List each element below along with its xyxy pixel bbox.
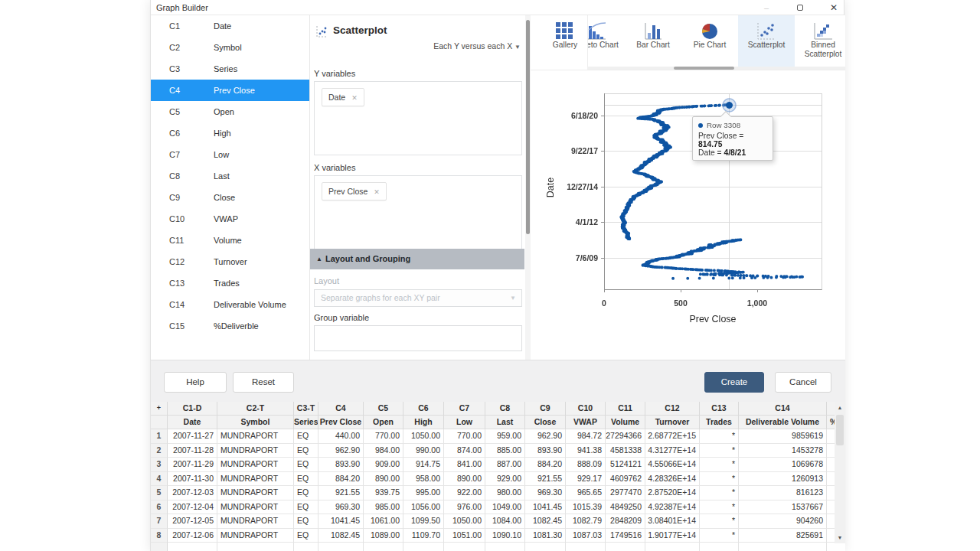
worksheet-cell[interactable]: 1749516 xyxy=(606,529,645,543)
row-number[interactable]: 3 xyxy=(151,458,168,472)
worksheet-cell[interactable]: 2.87520E+14 xyxy=(645,486,700,500)
column-item-c2[interactable]: C2Symbol xyxy=(151,37,309,58)
column-item-c12[interactable]: C12Turnover xyxy=(151,251,309,272)
worksheet-cell[interactable]: 1061.00 xyxy=(364,514,403,529)
column-id-header[interactable]: C13 xyxy=(700,402,739,416)
worksheet-cell[interactable]: * xyxy=(700,458,739,472)
worksheet-cell[interactable]: MUNDRAPORT xyxy=(217,500,294,515)
restore-icon[interactable] xyxy=(788,0,812,15)
worksheet-cell[interactable]: 4.28326E+14 xyxy=(645,472,700,487)
create-button[interactable]: Create xyxy=(704,372,764,393)
worksheet-cell[interactable]: 2007-11-30 xyxy=(168,472,217,487)
worksheet-cell[interactable]: 27294366 xyxy=(606,429,645,444)
worksheet-cell[interactable]: 816123 xyxy=(739,486,827,500)
worksheet-cell[interactable]: 922.00 xyxy=(444,486,485,500)
row-number[interactable]: 7 xyxy=(151,514,168,529)
worksheet-cell[interactable]: * xyxy=(700,529,739,543)
cancel-button[interactable]: Cancel xyxy=(775,372,831,393)
column-name-header[interactable]: Low xyxy=(444,416,485,429)
worksheet-cell[interactable]: 4581338 xyxy=(606,444,645,458)
scrollbar-thumb[interactable] xyxy=(526,20,530,234)
column-item-c3[interactable]: C3Series xyxy=(151,58,309,80)
column-name-header[interactable]: Deliverable Volume xyxy=(739,416,827,429)
worksheet-cell[interactable]: 2007-11-29 xyxy=(168,458,217,472)
row-number[interactable]: 6 xyxy=(151,500,168,515)
worksheet-cell[interactable]: * xyxy=(700,486,739,500)
worksheet-cell[interactable]: 1087.03 xyxy=(566,529,606,543)
worksheet-scrollbar[interactable]: ▲ ▼ xyxy=(835,402,845,543)
column-id-header[interactable]: C5 xyxy=(364,402,403,416)
column-id-header[interactable]: C14 xyxy=(739,402,827,416)
worksheet-cell[interactable]: 1453278 xyxy=(739,444,827,458)
worksheet-cell[interactable]: 914.75 xyxy=(403,458,444,472)
worksheet-cell[interactable]: 1260913 xyxy=(739,472,827,487)
worksheet-cell[interactable]: 825691 xyxy=(739,529,827,543)
column-id-header[interactable]: C1-D xyxy=(168,402,217,416)
column-id-header[interactable]: C9 xyxy=(525,402,566,416)
column-item-c7[interactable]: C7Low xyxy=(151,144,309,165)
worksheet-cell[interactable]: 874.00 xyxy=(444,444,485,458)
worksheet-cell[interactable]: 929.00 xyxy=(485,472,525,487)
worksheet-cell[interactable]: * xyxy=(700,429,739,444)
worksheet-cell[interactable]: 770.00 xyxy=(364,429,403,444)
layout-and-grouping-section[interactable]: ▲ Layout and Grouping xyxy=(310,249,524,269)
worksheet-cell[interactable]: 1082.79 xyxy=(566,514,606,529)
worksheet-cell[interactable]: MUNDRAPORT xyxy=(217,429,294,444)
worksheet-cell[interactable]: EQ xyxy=(294,529,318,543)
worksheet-cell[interactable]: 1082.45 xyxy=(318,529,364,543)
column-name-header[interactable]: Date xyxy=(168,416,217,429)
column-id-header[interactable]: C7 xyxy=(444,402,485,416)
gallery-item-pareto-chart[interactable]: Pareto Chart xyxy=(587,15,625,69)
worksheet-cell[interactable]: 976.00 xyxy=(444,500,485,515)
worksheet-cell[interactable]: 770.00 xyxy=(444,429,485,444)
column-name-header[interactable]: VWAP xyxy=(566,416,606,429)
column-item-c4[interactable]: C4Prev Close xyxy=(151,80,309,101)
worksheet-cell[interactable]: 893.90 xyxy=(525,444,566,458)
worksheet-cell[interactable]: 980.00 xyxy=(485,486,525,500)
column-name-header[interactable]: Volume xyxy=(606,416,645,429)
column-name-header[interactable]: Close xyxy=(525,416,566,429)
worksheet-cell[interactable]: 969.30 xyxy=(525,486,566,500)
worksheet-cell[interactable]: * xyxy=(700,514,739,529)
worksheet-cell[interactable]: 1090.10 xyxy=(485,529,525,543)
worksheet-cell[interactable]: EQ xyxy=(294,458,318,472)
worksheet-cell[interactable]: EQ xyxy=(294,514,318,529)
worksheet-cell[interactable]: MUNDRAPORT xyxy=(217,472,294,487)
row-number[interactable]: 2 xyxy=(151,444,168,458)
worksheet-cell[interactable]: 1050.00 xyxy=(403,429,444,444)
worksheet-cell[interactable]: 909.00 xyxy=(364,458,403,472)
worksheet-cell[interactable]: 969.30 xyxy=(318,500,364,515)
column-name-header[interactable]: Prev Close xyxy=(318,416,364,429)
worksheet-cell[interactable]: 959.00 xyxy=(485,429,525,444)
group-variable-box[interactable] xyxy=(314,325,522,351)
worksheet-cell[interactable]: EQ xyxy=(294,472,318,487)
worksheet-cell[interactable]: 1050.00 xyxy=(444,514,485,529)
minimize-icon[interactable]: – xyxy=(754,0,779,15)
worksheet-cell[interactable]: 941.38 xyxy=(566,444,606,458)
column-item-c6[interactable]: C6High xyxy=(151,122,309,144)
worksheet-cell[interactable]: 1056.00 xyxy=(403,500,444,515)
worksheet-cell[interactable]: 990.00 xyxy=(403,444,444,458)
worksheet-cell[interactable]: 958.00 xyxy=(403,472,444,487)
worksheet-cell[interactable]: 1041.45 xyxy=(318,514,364,529)
worksheet-cell[interactable]: 1051.00 xyxy=(444,529,485,543)
remove-chip-icon[interactable]: ✕ xyxy=(374,188,380,196)
worksheet-cell[interactable]: 2007-12-05 xyxy=(168,514,217,529)
column-id-header[interactable]: C10 xyxy=(566,402,606,416)
gallery-item-binned-scatterplot[interactable]: Binned Scatterplot xyxy=(795,15,845,69)
y-variables-box[interactable]: Date✕ xyxy=(314,81,522,155)
worksheet-cell[interactable]: 1015.39 xyxy=(566,500,606,515)
scrollbar-thumb[interactable] xyxy=(674,67,734,70)
worksheet-cell[interactable]: 4.92387E+14 xyxy=(645,500,700,515)
x-variables-box[interactable]: Prev Close✕ xyxy=(314,175,522,249)
worksheet-cell[interactable]: 885.00 xyxy=(485,444,525,458)
help-button[interactable]: Help xyxy=(164,372,227,393)
column-id-header[interactable]: C8 xyxy=(485,402,525,416)
gallery-item-bar-chart[interactable]: Bar Chart xyxy=(625,15,681,69)
column-item-c13[interactable]: C13Trades xyxy=(151,272,309,294)
scroll-down-icon[interactable]: ▼ xyxy=(835,532,845,543)
worksheet-cell[interactable]: 890.00 xyxy=(364,472,403,487)
row-number[interactable]: 1 xyxy=(151,429,168,444)
worksheet-cell[interactable]: 1099.50 xyxy=(403,514,444,529)
worksheet-cell[interactable]: * xyxy=(700,500,739,515)
